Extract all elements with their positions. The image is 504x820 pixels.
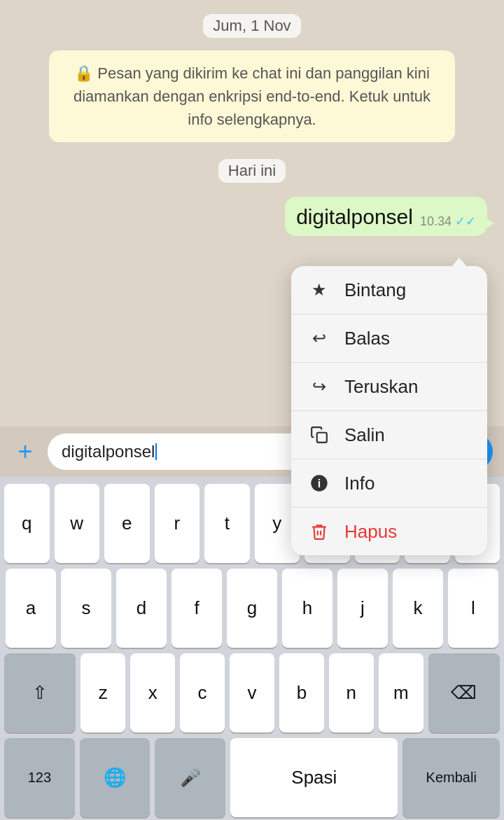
today-badge: Hari ini (218, 159, 286, 183)
key-n[interactable]: n (329, 653, 374, 732)
key-s[interactable]: s (61, 569, 111, 648)
menu-item-salin[interactable]: Salin (291, 411, 487, 459)
key-d[interactable]: d (116, 569, 167, 648)
key-x[interactable]: x (130, 653, 175, 732)
key-globe[interactable]: 🌐 (80, 738, 150, 817)
message-text: digitalponsel (296, 205, 413, 229)
key-c[interactable]: c (180, 653, 225, 732)
attach-button[interactable]: + (11, 438, 39, 466)
encryption-notice[interactable]: 🔒 Pesan yang dikirim ke chat ini dan pan… (49, 50, 455, 142)
menu-item-balas[interactable]: ↩ Balas (291, 314, 487, 363)
key-a[interactable]: a (6, 569, 56, 648)
star-icon: ★ (308, 279, 330, 301)
key-t[interactable]: t (204, 484, 250, 563)
key-mic[interactable]: 🎤 (155, 738, 225, 817)
message-bubble[interactable]: digitalponsel 10.34 ✓✓ (285, 197, 487, 236)
key-space[interactable]: Spasi (230, 738, 398, 817)
menu-label-balas: Balas (344, 328, 390, 349)
menu-item-bintang[interactable]: ★ Bintang (291, 266, 487, 314)
key-f[interactable]: f (172, 569, 222, 648)
message-time: 10.34 ✓✓ (420, 214, 476, 229)
svg-rect-0 (317, 433, 327, 443)
menu-item-hapus[interactable]: Hapus (291, 508, 487, 555)
text-cursor (155, 443, 157, 460)
key-m[interactable]: m (379, 653, 424, 732)
key-w[interactable]: w (55, 484, 100, 563)
keyboard-row-2: a s d f g h j k l (4, 569, 500, 648)
key-return[interactable]: Kembali (402, 738, 500, 817)
svg-text:i: i (318, 477, 321, 489)
menu-item-teruskan[interactable]: ↪ Teruskan (291, 363, 487, 411)
date-badge: Jum, 1 Nov (203, 14, 300, 38)
key-b[interactable]: b (279, 653, 324, 732)
key-backspace[interactable]: ⌫ (428, 653, 500, 732)
key-h[interactable]: h (282, 569, 332, 648)
key-g[interactable]: g (227, 569, 277, 648)
trash-icon (308, 520, 330, 543)
forward-icon: ↪ (308, 375, 330, 398)
key-l[interactable]: l (448, 569, 498, 648)
input-text: digitalponsel (62, 442, 155, 461)
check-marks: ✓✓ (455, 214, 476, 228)
key-q[interactable]: q (4, 484, 50, 563)
context-menu: ★ Bintang ↩ Balas ↪ Teruskan Salin i Inf… (291, 266, 487, 555)
key-k[interactable]: k (393, 569, 443, 648)
menu-label-bintang: Bintang (344, 279, 406, 301)
info-icon: i (308, 472, 330, 494)
menu-label-teruskan: Teruskan (344, 376, 419, 398)
keyboard-row-4: 123 🌐 🎤 Spasi Kembali (4, 738, 500, 817)
menu-label-info: Info (344, 473, 374, 494)
key-numbers[interactable]: 123 (4, 738, 75, 817)
keyboard-row-3: ⇧ z x c v b n m ⌫ (4, 653, 500, 732)
reply-icon: ↩ (308, 327, 330, 349)
key-v[interactable]: v (230, 653, 274, 732)
key-z[interactable]: z (80, 653, 125, 732)
key-r[interactable]: r (155, 484, 200, 563)
key-shift[interactable]: ⇧ (4, 653, 76, 732)
key-e[interactable]: e (104, 484, 150, 563)
menu-label-salin: Salin (344, 424, 385, 446)
menu-item-info[interactable]: i Info (291, 459, 487, 508)
context-menu-arrow (451, 258, 468, 267)
menu-label-hapus: Hapus (344, 521, 397, 543)
key-j[interactable]: j (337, 569, 388, 648)
copy-icon (308, 424, 330, 446)
message-row: digitalponsel 10.34 ✓✓ (0, 197, 504, 236)
